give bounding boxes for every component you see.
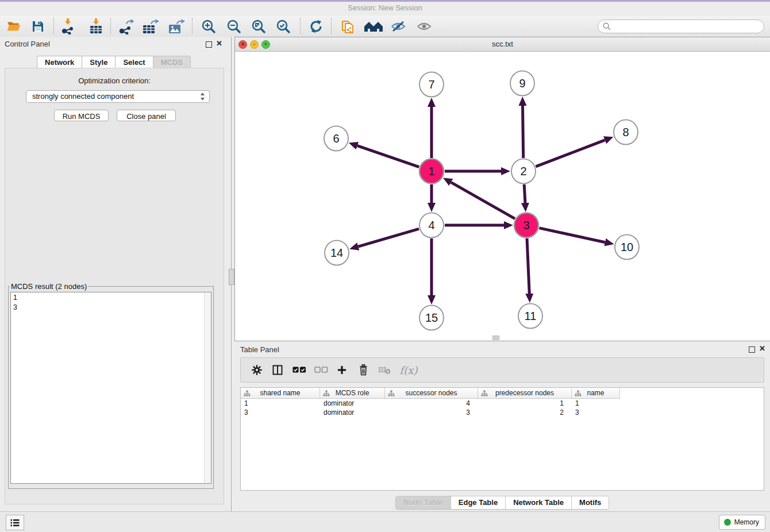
- export-network-button[interactable]: [117, 17, 135, 36]
- zoom-window-icon[interactable]: +: [261, 40, 270, 49]
- node-table[interactable]: shared nameMCDS rolesuccessor nodesprede…: [240, 387, 764, 491]
- zoom-out-button[interactable]: [225, 17, 243, 36]
- graph-node-label: 4: [428, 219, 434, 232]
- graph-node-11[interactable]: 11: [518, 304, 542, 329]
- column-header-MCDS-role[interactable]: MCDS role: [320, 388, 385, 399]
- graph-node-label: 10: [621, 241, 633, 253]
- save-session-button[interactable]: [29, 17, 47, 36]
- table-cell: 4: [385, 399, 478, 408]
- import-table-button[interactable]: [87, 17, 105, 36]
- graph-node-7[interactable]: 7: [419, 72, 444, 97]
- deselect-all-rows-button[interactable]: [313, 363, 329, 377]
- column-header-shared-name[interactable]: shared name: [241, 388, 320, 399]
- criterion-select[interactable]: strongly connected component: [26, 90, 210, 103]
- export-table-button[interactable]: [141, 17, 160, 36]
- graph-node-label: 9: [519, 77, 525, 90]
- network-canvas[interactable]: 7968124314101511: [235, 52, 770, 341]
- tab-node-table[interactable]: Node Table: [396, 496, 451, 509]
- graph-node-3[interactable]: 3: [514, 213, 538, 238]
- panel-splitter[interactable]: [228, 37, 234, 511]
- graph-node-10[interactable]: 10: [615, 235, 639, 260]
- splitter-grip[interactable]: [229, 269, 234, 285]
- import-network-button[interactable]: [59, 17, 77, 36]
- task-history-button[interactable]: [6, 515, 24, 530]
- home-layout-button[interactable]: [362, 17, 385, 36]
- tab-select[interactable]: Select: [115, 56, 152, 69]
- graph-node-6[interactable]: 6: [324, 126, 348, 151]
- gear-icon: [251, 364, 263, 376]
- select-chevrons-icon: [200, 92, 205, 105]
- tab-network-table[interactable]: Network Table: [506, 496, 572, 509]
- tab-mcds[interactable]: MCDS: [153, 56, 191, 69]
- tab-style[interactable]: Style: [82, 56, 115, 69]
- refresh-layout-button[interactable]: [307, 17, 325, 36]
- table-row[interactable]: 1dominator411: [241, 399, 764, 408]
- zoom-in-button[interactable]: [199, 17, 218, 36]
- graph-node-9[interactable]: 9: [510, 71, 534, 96]
- open-session-button[interactable]: [5, 17, 23, 36]
- zoom-fit-button[interactable]: [249, 17, 268, 36]
- table-settings-button[interactable]: [249, 363, 265, 377]
- graph-node-1[interactable]: 1: [419, 159, 444, 184]
- graph-edge-3-10[interactable]: [539, 228, 605, 242]
- show-column-button[interactable]: [270, 363, 286, 377]
- graph-node-label: 3: [523, 219, 529, 232]
- copy-network-view-button[interactable]: [338, 17, 357, 36]
- minimize-window-icon[interactable]: −: [250, 40, 259, 49]
- memory-button[interactable]: Memory: [719, 515, 765, 530]
- table-cell: 2: [478, 408, 572, 417]
- graph-edge-2-8[interactable]: [536, 140, 605, 167]
- run-mcds-button[interactable]: Run MCDS: [54, 110, 109, 121]
- table-toolbar: f(x): [240, 357, 764, 383]
- delete-table-button[interactable]: [376, 363, 392, 377]
- result-scrollbar[interactable]: [204, 292, 211, 483]
- column-header-name[interactable]: name: [572, 388, 620, 399]
- memory-label: Memory: [734, 518, 759, 526]
- zoom-selected-button[interactable]: [274, 17, 292, 36]
- float-table-panel-icon[interactable]: [749, 346, 755, 353]
- float-panel-icon[interactable]: [206, 41, 212, 48]
- tab-network[interactable]: Network: [37, 56, 82, 69]
- search-input[interactable]: [613, 21, 764, 32]
- tab-edge-table[interactable]: Edge Table: [451, 496, 506, 509]
- network-window-titlebar[interactable]: ✕ − + scc.txt: [235, 37, 770, 52]
- mcds-result-textarea[interactable]: 13: [10, 292, 211, 484]
- table-panel: Table Panel ✕ f(x) shared nameMCDS roles…: [234, 341, 770, 511]
- delete-column-button[interactable]: [355, 363, 371, 377]
- function-builder-button[interactable]: f(x): [397, 363, 420, 377]
- graph-edge-1-6[interactable]: [357, 146, 419, 167]
- table-row[interactable]: 3dominator323: [241, 408, 764, 417]
- toolbar-separator: [192, 18, 192, 34]
- mcds-tab-content: Optimization criterion: strongly connect…: [5, 68, 224, 504]
- graph-node-4[interactable]: 4: [419, 213, 444, 238]
- canvas-scrollbar-thumb[interactable]: [492, 336, 499, 340]
- graph-edge-3-1[interactable]: [451, 182, 515, 218]
- graph-node-14[interactable]: 14: [325, 241, 349, 265]
- graph-edge-2-9[interactable]: [523, 106, 523, 158]
- graph-node-8[interactable]: 8: [614, 120, 638, 145]
- tab-motifs[interactable]: Motifs: [572, 496, 609, 509]
- close-panel-button[interactable]: Close panel: [117, 110, 176, 121]
- column-header-predecessor-nodes[interactable]: predecessor nodes: [478, 388, 572, 399]
- mcds-result-line: 3: [13, 303, 211, 313]
- app-titlebar[interactable]: Session: New Session: [0, 0, 770, 17]
- graph-edge-4-14[interactable]: [358, 229, 418, 246]
- show-all-button[interactable]: [415, 17, 433, 36]
- graph-edge-3-11[interactable]: [527, 238, 529, 294]
- export-image-button[interactable]: [167, 17, 186, 36]
- graph-edge-2-3[interactable]: [524, 184, 525, 203]
- graph-node-15[interactable]: 15: [419, 306, 444, 330]
- zoom-fit-icon: [251, 19, 266, 34]
- close-panel-icon[interactable]: ✕: [216, 39, 222, 48]
- select-all-rows-button[interactable]: [291, 363, 307, 377]
- create-column-button[interactable]: [334, 363, 350, 377]
- search-box[interactable]: [598, 20, 764, 33]
- column-header-successor-nodes[interactable]: successor nodes: [385, 388, 478, 399]
- import-network-icon: [60, 18, 75, 34]
- close-window-icon[interactable]: ✕: [238, 40, 247, 49]
- close-table-panel-icon[interactable]: ✕: [759, 344, 765, 353]
- graph-node-2[interactable]: 2: [511, 159, 536, 184]
- hide-selected-button[interactable]: [389, 17, 407, 36]
- toolbar-separator: [110, 18, 111, 34]
- table-tabs: Node TableEdge TableNetwork TableMotifs: [234, 496, 770, 510]
